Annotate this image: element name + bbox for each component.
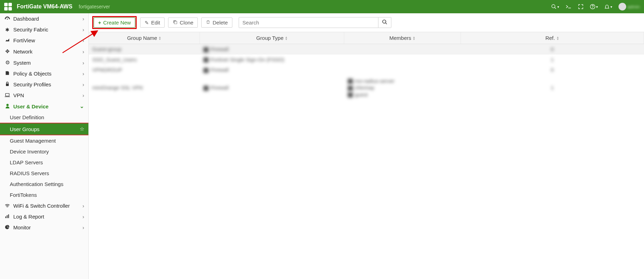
barchart-icon: [4, 214, 10, 220]
sidebar-sub-device-inventory[interactable]: Device Inventory: [0, 146, 88, 157]
member-item: mo-radius-server: [348, 78, 457, 84]
sidebar-item-vpn[interactable]: VPN›: [0, 90, 88, 101]
sidebar-sub-user-groups[interactable]: User Groups☆: [0, 123, 88, 135]
group-type: Firewall: [203, 85, 229, 91]
table-row[interactable]: SSO_Guest_UsersFortinet Single Sign-On (…: [89, 55, 644, 65]
svg-point-4: [592, 8, 593, 8]
search-icon[interactable]: ▾: [551, 4, 559, 9]
policy-icon: [4, 71, 10, 77]
nav-label: System: [13, 60, 31, 66]
notification-icon[interactable]: ▾: [604, 4, 612, 9]
sidebar-item-security-profiles[interactable]: Security Profiles›: [0, 79, 88, 90]
chevron-right-icon: ›: [82, 81, 84, 87]
help-icon[interactable]: ▾: [590, 4, 598, 9]
tachometer-icon: [4, 16, 10, 22]
sub-label: LDAP Servers: [10, 159, 43, 165]
group-name: Guest-group: [92, 46, 121, 52]
user-icon: [348, 92, 353, 98]
clone-button[interactable]: Clone: [168, 17, 198, 28]
nav-label: Security Profiles: [13, 81, 51, 87]
members-cell: [344, 44, 461, 55]
sidebar-item-dashboard[interactable]: Dashboard›: [0, 13, 88, 24]
chevron-right-icon: ›: [82, 37, 84, 43]
nav-label: Monitor: [13, 224, 31, 230]
sidebar-item-security-fabric[interactable]: ✱Security Fabric›: [0, 24, 88, 35]
create-new-label: Create New: [103, 20, 131, 26]
type-icon: [203, 86, 209, 91]
sidebar-sub-user-definition[interactable]: User Definition: [0, 112, 88, 123]
group-type: Firewall: [203, 67, 229, 73]
sub-label: Device Inventory: [10, 149, 49, 155]
col-label: Members: [389, 35, 411, 41]
sub-label: RADIUS Servers: [10, 170, 49, 176]
cli-icon[interactable]: [565, 4, 572, 9]
nav-label: FortiView: [13, 37, 35, 43]
group-type: Fortinet Single Sign-On (FSSO): [203, 57, 284, 63]
user-icon: [348, 79, 353, 84]
sub-label: FortiTokens: [10, 192, 37, 198]
svg-rect-10: [5, 216, 6, 218]
fabric-icon: ✱: [4, 27, 10, 33]
sidebar-item-policy-objects[interactable]: Policy & Objects›: [0, 68, 88, 79]
sub-label: User Definition: [10, 114, 44, 120]
members-cell: mo-radius-serverchinmayguest: [344, 75, 461, 101]
svg-point-0: [552, 5, 555, 8]
avatar-icon: [618, 3, 626, 10]
svg-point-16: [383, 20, 386, 23]
sidebar-item-monitor[interactable]: Monitor›: [0, 222, 88, 233]
svg-rect-12: [8, 214, 9, 218]
member-item: chinmay: [348, 85, 457, 91]
chevron-right-icon: ›: [82, 60, 84, 66]
sidebar-sub-guest-management[interactable]: Guest Management: [0, 135, 88, 146]
delete-label: Delete: [212, 20, 227, 26]
sidebar-sub-fortitokens[interactable]: FortiTokens: [0, 189, 88, 200]
sub-label: User Groups: [10, 126, 39, 132]
sidebar-item-user-device[interactable]: User & Device⌄: [0, 101, 88, 112]
fullscreen-icon[interactable]: [578, 4, 584, 9]
top-header: FortiGate VM64-AWS fortigateserver ▾ ▾ ▾…: [0, 0, 644, 13]
svg-point-5: [7, 19, 8, 20]
svg-line-1: [555, 7, 556, 9]
sidebar-item-log-report[interactable]: Log & Report›: [0, 211, 88, 222]
gear-icon: ⚙: [4, 59, 10, 66]
nav-label: Dashboard: [13, 16, 39, 22]
toolbar: + Create New ✎ Edit Clone Delete: [89, 13, 644, 32]
sub-label: Authentication Settings: [10, 181, 63, 187]
ref-count: 0: [551, 46, 553, 52]
table-row[interactable]: VPNGROUPFirewall0: [89, 65, 644, 75]
trash-icon: [206, 20, 210, 26]
fortinet-logo-icon: [4, 3, 12, 10]
sidebar-item-wifi-switch-controller[interactable]: WiFi & Switch Controller›: [0, 200, 88, 211]
edit-button[interactable]: ✎ Edit: [140, 17, 165, 28]
sidebar-item-network[interactable]: ✥Network›: [0, 46, 88, 57]
sidebar-sub-authentication-settings[interactable]: Authentication Settings: [0, 179, 88, 189]
sidebar-sub-ldap-servers[interactable]: LDAP Servers: [0, 157, 88, 168]
wifi-icon: [4, 203, 10, 209]
col-members[interactable]: Members▲▼: [344, 32, 461, 44]
svg-rect-15: [174, 21, 177, 24]
chevron-right-icon: ›: [82, 203, 84, 209]
sidebar-sub-radius-servers[interactable]: RADIUS Servers: [0, 168, 88, 179]
type-icon: [203, 47, 209, 52]
sidebar-item-fortiview[interactable]: FortiView›: [0, 35, 88, 46]
delete-button[interactable]: Delete: [201, 17, 232, 28]
clone-label: Clone: [180, 20, 193, 26]
col-ref-[interactable]: Ref.▲▼: [461, 32, 644, 44]
sort-icon: ▲▼: [285, 36, 288, 41]
clone-icon: [173, 20, 178, 26]
group-name: VPNGROUP: [92, 67, 122, 73]
create-new-button[interactable]: + Create New: [94, 17, 135, 28]
user-menu[interactable]: admin: [618, 3, 640, 10]
search-button[interactable]: [378, 17, 391, 28]
sort-icon: ▲▼: [159, 36, 161, 41]
col-group-name[interactable]: Group Name▲▼: [89, 32, 200, 44]
col-group-type[interactable]: Group Type▲▼: [200, 32, 344, 44]
chevron-right-icon: ›: [82, 49, 84, 55]
pie-icon: [4, 224, 10, 230]
table-row[interactable]: Guest-groupFirewall0: [89, 44, 644, 55]
ref-count: 1: [551, 57, 553, 63]
search-input[interactable]: [239, 17, 378, 28]
table-row[interactable]: miniOrange SSL VPNFirewallmo-radius-serv…: [89, 75, 644, 101]
star-icon[interactable]: ☆: [80, 126, 84, 132]
sidebar-item-system[interactable]: ⚙System›: [0, 57, 88, 68]
